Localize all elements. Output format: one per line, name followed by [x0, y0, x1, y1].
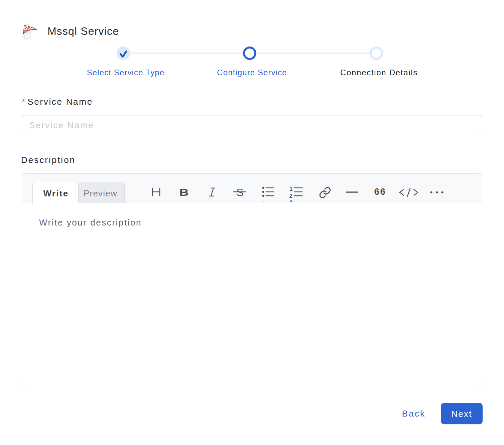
svg-text:66: 66: [374, 187, 386, 197]
svg-text:1: 1: [289, 186, 292, 192]
svg-text:2: 2: [289, 193, 292, 199]
svg-text:B: B: [179, 187, 189, 198]
